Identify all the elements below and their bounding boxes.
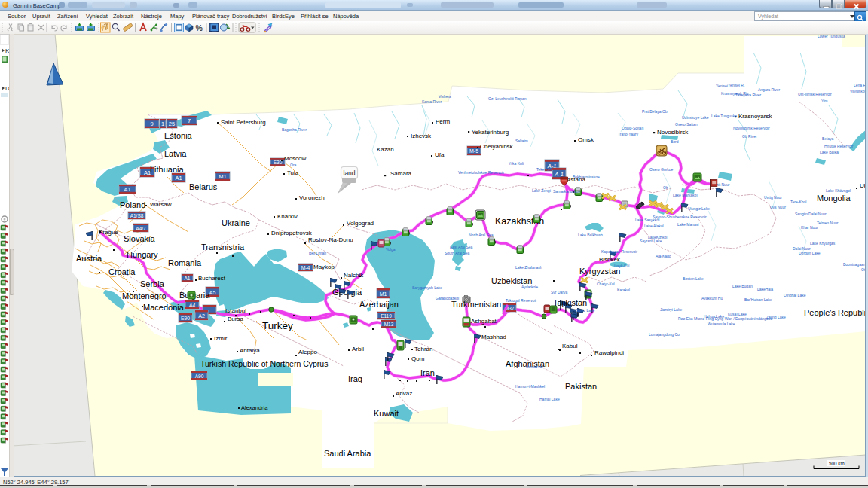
- svg-text:Karakol: Karakol: [617, 288, 630, 292]
- svg-text:Rawalpindi: Rawalpindi: [594, 349, 624, 356]
- svg-text:Lake Alakol: Lake Alakol: [644, 224, 664, 228]
- svg-text:Saynno-Shushenskoe Reservoir: Saynno-Shushenskoe Reservoir: [653, 215, 707, 219]
- svg-text:1: 1: [161, 120, 164, 127]
- svg-text:A90: A90: [195, 374, 204, 379]
- svg-text:East Aral Sea: East Aral Sea: [450, 245, 473, 249]
- svg-text:Prst.Belaya Ob: Prst.Belaya Ob: [642, 109, 668, 114]
- svg-text:Rostov-Na-Donu: Rostov-Na-Donu: [308, 236, 353, 243]
- svg-text:Alexandria: Alexandria: [241, 404, 268, 411]
- svg-text:Warsaw: Warsaw: [150, 201, 172, 208]
- svg-text:Traflo-Yaarv: Traflo-Yaarv: [618, 132, 638, 136]
- svg-text:Issyk-Kul: Issyk-Kul: [614, 264, 629, 268]
- svg-text:Venhnetobolskoe Reservoir: Venhnetobolskoe Reservoir: [458, 170, 504, 175]
- svg-text:Mashhad: Mashhad: [481, 334, 506, 340]
- svg-text:Pakistan: Pakistan: [565, 382, 597, 391]
- svg-text:Angara River: Angara River: [758, 87, 781, 92]
- svg-text:Ahvaz: Ahvaz: [396, 390, 412, 397]
- svg-text:Omsk: Omsk: [578, 136, 594, 143]
- svg-text:Kama River: Kama River: [422, 99, 442, 104]
- svg-text:Aleppo: Aleppo: [298, 349, 317, 355]
- svg-text:Opalo-Soltan: Opalo-Soltan: [622, 126, 643, 130]
- svg-text:Slovakia: Slovakia: [124, 234, 155, 243]
- svg-text:A2: A2: [198, 313, 205, 319]
- svg-text:Garabogazköl: Garabogazköl: [436, 296, 459, 300]
- svg-text:Lake Sasykkol: Lake Sasykkol: [635, 218, 659, 222]
- svg-text:Lake Zhalanash: Lake Zhalanash: [515, 265, 542, 270]
- svg-text:Bord: Bord: [671, 139, 679, 144]
- svg-text:Qinghai Lake: Qinghai Lake: [784, 293, 806, 297]
- svg-text:M-5: M-5: [469, 148, 478, 154]
- svg-text:Hamun-i-Mashkel: Hamun-i-Mashkel: [515, 384, 545, 389]
- svg-text:Lake Khövsgol: Lake Khövsgol: [826, 188, 851, 193]
- svg-text:Maykop: Maykop: [313, 264, 335, 270]
- svg-text:Lake Manasi: Lake Manasi: [677, 222, 698, 227]
- svg-text:Novosibirsk Reservoir: Novosibirsk Reservoir: [733, 126, 770, 130]
- svg-text:Lake Tunguska: Lake Tunguska: [711, 114, 737, 118]
- svg-text:A5: A5: [209, 290, 216, 295]
- svg-text:Oz. Leushinskii Tuman: Oz. Leushinskii Tuman: [488, 96, 527, 101]
- svg-text:Hnutsk Reservoir: Hnutsk Reservoir: [824, 144, 854, 148]
- svg-text:Antalya: Antalya: [240, 347, 260, 354]
- svg-text:Ukraine: Ukraine: [222, 218, 250, 227]
- svg-text:Saltaim: Saltaim: [515, 139, 528, 143]
- svg-text:M-4: M-4: [301, 265, 310, 270]
- svg-text:Iran: Iran: [420, 368, 435, 377]
- svg-text:Macedonia: Macedonia: [143, 303, 185, 312]
- svg-text:Izmir: Izmir: [214, 335, 228, 342]
- svg-text:Transnistria: Transnistria: [201, 242, 245, 252]
- svg-text:Uvttg Nuur: Uvttg Nuur: [764, 195, 782, 200]
- svg-text:Lake Balkhash: Lake Balkhash: [578, 233, 603, 237]
- svg-text:Bishkek: Bishkek: [599, 256, 621, 263]
- svg-text:Ala-Kago: Ala-Kago: [656, 254, 671, 258]
- svg-text:A1: A1: [175, 175, 182, 181]
- svg-text:Tehran: Tehran: [414, 346, 432, 352]
- svg-text:M1: M1: [380, 291, 387, 297]
- svg-text:Poland: Poland: [120, 200, 145, 209]
- svg-text:Taseyeva River: Taseyeva River: [735, 93, 762, 97]
- svg-text:Wulanwula Lake: Wulanwula Lake: [708, 322, 735, 326]
- svg-text:Yenisei: Yenisei: [716, 84, 728, 88]
- svg-text:Tere-Khol: Tere-Khol: [790, 200, 806, 204]
- svg-text:E119: E119: [381, 313, 392, 319]
- svg-text:People's Republic: People's Republic: [804, 308, 868, 317]
- svg-text:Eštonia: Eštonia: [164, 131, 193, 140]
- svg-text:Croatia: Croatia: [108, 267, 136, 276]
- svg-text:Sangiin Dalai Nuur: Sangiin Dalai Nuur: [795, 212, 827, 216]
- svg-text:LakeHala: LakeHala: [757, 287, 773, 291]
- svg-text:Belarus: Belarus: [189, 182, 218, 191]
- svg-text:A1/S8: A1/S8: [130, 213, 144, 218]
- svg-text:Moscow: Moscow: [284, 155, 307, 162]
- svg-text:Lake Bugan: Lake Bugan: [732, 284, 753, 288]
- svg-text:Kazan: Kazan: [377, 146, 394, 153]
- svg-text:Bkii Liman: Bkii Liman: [309, 251, 326, 255]
- svg-text:Istanbul: Istanbul: [225, 307, 246, 314]
- svg-text:Lumajangdong Co: Lumajangdong Co: [649, 332, 680, 337]
- svg-text:Vishera: Vishera: [439, 94, 451, 99]
- svg-text:Izhevsk: Izhevsk: [411, 133, 432, 139]
- svg-text:Teke Koli: Teke Koli: [536, 167, 552, 172]
- svg-text:Hamal Lake: Hamal Lake: [539, 397, 560, 401]
- svg-text:Austria: Austria: [76, 254, 102, 263]
- svg-text:Ayakkum Hu: Ayakkum Hu: [701, 296, 723, 300]
- svg-text:Turkey: Turkey: [262, 320, 293, 331]
- svg-text:Jiarsiryi Lake: Jiarsiryi Lake: [660, 307, 682, 312]
- svg-text:Chatyr-Kul: Chatyr-Kul: [597, 282, 615, 286]
- svg-text:Saudi Arabia: Saudi Arabia: [324, 449, 371, 458]
- svg-text:Voronezh: Voronezh: [299, 194, 325, 201]
- svg-text:E30: E30: [274, 160, 283, 165]
- svg-text:E90: E90: [181, 316, 190, 321]
- svg-text:Yim: Yim: [821, 99, 827, 103]
- svg-text:Toktogul Reservoir: Toktogul Reservoir: [506, 298, 537, 303]
- svg-text:Dnipropetrovsk: Dnipropetrovsk: [271, 230, 313, 236]
- svg-text:Lake Baikal: Lake Baikal: [820, 150, 839, 154]
- svg-text:Sarez Lake: Sarez Lake: [576, 308, 595, 313]
- svg-text:Lithuania: Lithuania: [150, 165, 185, 174]
- svg-text:Uvs Nuur: Uvs Nuur: [770, 205, 786, 209]
- svg-text:A1: A1: [185, 276, 191, 281]
- svg-text:7: 7: [188, 117, 191, 124]
- svg-text:Tula: Tula: [287, 169, 299, 176]
- svg-text:Ashgabat: Ashgabat: [471, 318, 497, 325]
- svg-text:Roo-Eka-Mtono-Ring-Eyng-Wan /: Roo-Eka-Mtono-Ring-Eyng-Wan / Duopécuòré…: [678, 316, 772, 321]
- svg-text:Bukhtarminskoe: Bukhtarminskoe: [573, 175, 600, 179]
- svg-text:Perm: Perm: [436, 118, 450, 125]
